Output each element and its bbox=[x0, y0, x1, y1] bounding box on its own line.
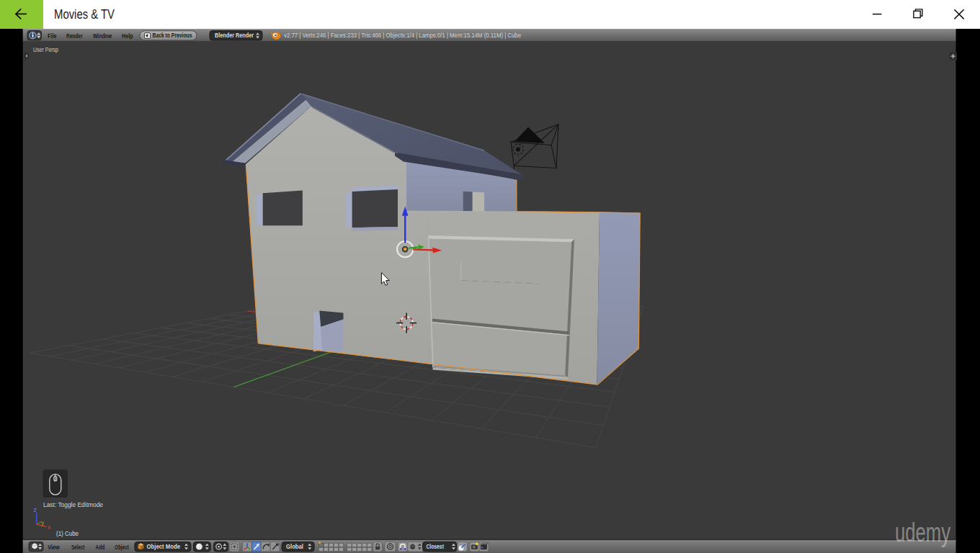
svg-text:Last: Toggle Editmode: Last: Toggle Editmode bbox=[43, 501, 103, 508]
svg-text:Object: Object bbox=[115, 544, 129, 551]
svg-text:Global: Global bbox=[286, 543, 303, 550]
svg-text:(1) Cube: (1) Cube bbox=[56, 530, 79, 537]
svg-text:File: File bbox=[48, 32, 57, 40]
svg-text:Render: Render bbox=[66, 32, 83, 40]
svg-text:Blender Render: Blender Render bbox=[215, 32, 254, 39]
svg-text:z: z bbox=[34, 506, 37, 513]
svg-text:Object Mode: Object Mode bbox=[147, 543, 181, 550]
svg-text:v2.77 | Verts:246 | Faces:233: v2.77 | Verts:246 | Faces:233 | Tris:466… bbox=[284, 32, 521, 39]
svg-text:Movies & TV: Movies & TV bbox=[54, 7, 115, 22]
svg-text:Add: Add bbox=[96, 544, 105, 551]
svg-text:Window: Window bbox=[93, 32, 112, 40]
svg-text:udemy: udemy bbox=[895, 518, 950, 547]
svg-text:User Persp: User Persp bbox=[33, 46, 58, 53]
svg-text:Closest: Closest bbox=[426, 543, 444, 550]
svg-text:Select: Select bbox=[71, 544, 85, 551]
svg-text:Back to Previous: Back to Previous bbox=[153, 32, 192, 39]
svg-text:Help: Help bbox=[122, 32, 133, 40]
svg-text:View: View bbox=[48, 544, 60, 551]
